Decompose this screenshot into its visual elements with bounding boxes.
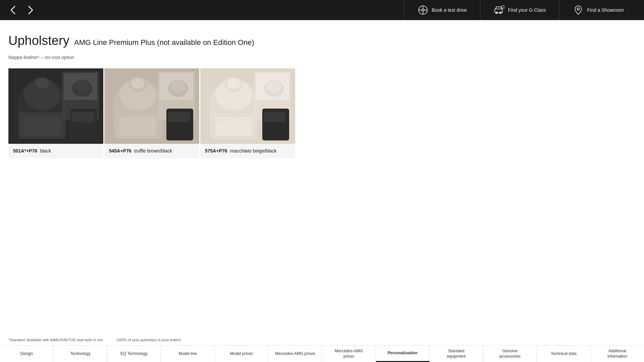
footnote-1: *Standard. Available with MANUFAKTUR sea… bbox=[8, 338, 103, 342]
card-label-area-black: 501A*+P76 black bbox=[8, 144, 103, 159]
svg-point-26 bbox=[75, 81, 90, 93]
find-showroom-btn[interactable]: Find a Showroom bbox=[559, 0, 637, 20]
car-search-icon bbox=[494, 5, 504, 15]
card-name-beige: macchiato beige/black bbox=[230, 148, 277, 154]
header: Book a test drive Find your G-Class Find… bbox=[0, 0, 644, 20]
svg-point-1 bbox=[422, 9, 424, 11]
upholstery-card-truffle[interactable]: 545A+P76 truffle brown/black bbox=[104, 68, 199, 159]
svg-point-41 bbox=[171, 81, 185, 93]
card-name-truffle: truffle brown/black bbox=[134, 148, 172, 154]
card-image-beige bbox=[200, 68, 295, 144]
card-image-truffle bbox=[104, 68, 199, 144]
card-code-black: 501A*+P76 bbox=[13, 148, 37, 154]
upholstery-card-beige[interactable]: 575A+P76 macchiato beige/black bbox=[200, 68, 295, 159]
bottom-nav: Design Technology EQ Technology Model li… bbox=[0, 345, 644, 362]
card-label-area-beige: 575A+P76 macchiato beige/black bbox=[200, 144, 295, 159]
svg-rect-24 bbox=[72, 112, 94, 122]
upholstery-cards-grid: 501A*+P76 black bbox=[8, 68, 636, 159]
header-nav-left bbox=[7, 3, 37, 17]
card-code-truffle: 545A+P76 bbox=[109, 148, 131, 154]
nav-technical-data[interactable]: Technical data bbox=[537, 346, 591, 362]
svg-rect-54 bbox=[264, 112, 286, 122]
svg-point-11 bbox=[577, 8, 579, 10]
svg-point-9 bbox=[502, 5, 504, 8]
page-title-area: Upholstery AMG Line Premium Plus (not av… bbox=[8, 34, 636, 48]
svg-point-56 bbox=[267, 81, 281, 93]
subtitle-note: Nappa leather¹ – no-cost option bbox=[8, 55, 636, 60]
svg-point-50 bbox=[227, 78, 240, 89]
location-pin-icon bbox=[573, 5, 584, 15]
nav-genuine-accessories[interactable]: Genuineaccessories bbox=[483, 346, 537, 362]
nav-model-line[interactable]: Model line bbox=[161, 346, 215, 362]
nav-eq-technology[interactable]: EQ Technology bbox=[107, 346, 161, 362]
svg-point-35 bbox=[131, 78, 145, 89]
next-arrow[interactable] bbox=[23, 3, 37, 17]
nav-design[interactable]: Design bbox=[0, 346, 54, 362]
card-code-beige: 575A+P76 bbox=[205, 148, 227, 154]
header-nav-right: Book a test drive Find your G-Class Find… bbox=[404, 0, 637, 20]
find-showroom-label: Find a Showroom bbox=[587, 7, 624, 13]
card-name-black: black bbox=[40, 148, 51, 154]
book-test-drive-btn[interactable]: Book a test drive bbox=[404, 0, 480, 20]
card-label-area-truffle: 545A+P76 truffle brown/black bbox=[104, 144, 199, 159]
page-subtitle: AMG Line Premium Plus (not available on … bbox=[74, 38, 254, 47]
upholstery-card-black[interactable]: 501A*+P76 black bbox=[8, 68, 103, 159]
footnote-2: ¹100% of seat upholstery is pure leather bbox=[116, 338, 181, 342]
svg-rect-39 bbox=[168, 112, 190, 122]
nav-mercedes-amg-prices[interactable]: Mercedes-AMG prices bbox=[268, 346, 322, 362]
svg-point-20 bbox=[35, 78, 49, 89]
book-test-drive-label: Book a test drive bbox=[432, 7, 467, 13]
find-g-class-label: Find your G-Class bbox=[508, 7, 546, 13]
nav-standard-equipment[interactable]: Standardequipment bbox=[430, 346, 483, 362]
card-image-black bbox=[8, 68, 103, 144]
page-title: Upholstery bbox=[8, 34, 69, 48]
nav-mercedes-amg-prices-2[interactable]: Mercedes-AMGprices bbox=[322, 346, 376, 362]
nav-model-prices[interactable]: Model prices bbox=[215, 346, 268, 362]
nav-additional-information[interactable]: Additionalinformation bbox=[591, 346, 644, 362]
nav-technology[interactable]: Technology bbox=[54, 346, 107, 362]
svg-line-10 bbox=[504, 8, 505, 9]
steering-wheel-icon bbox=[418, 5, 428, 15]
nav-personalisation[interactable]: Personalisation bbox=[376, 346, 430, 362]
find-g-class-btn[interactable]: Find your G-Class bbox=[480, 0, 559, 20]
main-content: Upholstery AMG Line Premium Plus (not av… bbox=[0, 20, 644, 165]
prev-arrow[interactable] bbox=[7, 3, 20, 17]
footnotes: *Standard. Available with MANUFAKTUR sea… bbox=[0, 335, 190, 345]
